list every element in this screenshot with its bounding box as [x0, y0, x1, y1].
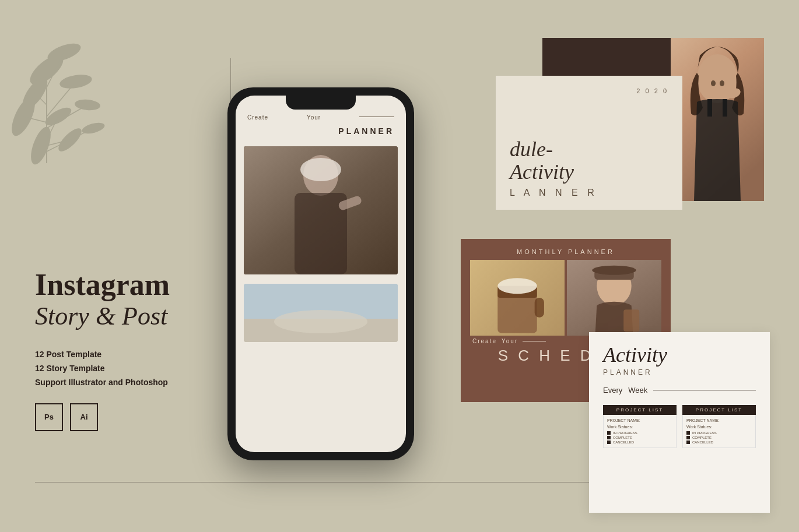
card-middle-content: 2 0 2 0 dule- Activity L A N N E R [496, 76, 682, 210]
status-in-progress-2: IN PROGRESS [686, 431, 752, 435]
project-card-2-header: PROJECT LIST [682, 405, 756, 415]
card-schedule-activity: 2 0 2 0 dule- Activity L A N N E R [496, 76, 682, 210]
card-brown-line [523, 341, 546, 341]
status-text-complete-1: COMPLETE [613, 436, 632, 439]
card-mid-year: 2 0 2 0 [510, 87, 668, 94]
status-text-progress-1: IN PROGRESS [613, 431, 637, 435]
project-name-label-1: PROJECT NAME: [607, 418, 672, 422]
svg-point-41 [720, 80, 724, 86]
status-complete-2: COMPLETE [686, 436, 752, 439]
leaf-decoration-left [0, 0, 163, 251]
software-badges: Ps Ai [35, 403, 239, 431]
card-act-projects-area: PROJECT LIST PROJECT NAME: Work Statues:… [603, 405, 756, 448]
status-cancelled-1: CANCELLED [607, 441, 672, 444]
svg-line-18 [47, 128, 93, 152]
card-mid-activity: Activity [510, 160, 574, 184]
svg-point-40 [711, 80, 716, 86]
card-brown-header-text: MONTHLY PLANNER [461, 239, 671, 260]
status-cancelled-2: CANCELLED [686, 441, 752, 444]
svg-point-7 [27, 125, 55, 167]
mirror-photo-placeholder [244, 146, 398, 274]
project-card-2-body: PROJECT NAME: Work Statues: IN PROGRESS … [682, 415, 756, 448]
project-status-list-2: IN PROGRESS COMPLETE CANCELLED [686, 431, 752, 444]
card-act-title-text: Activity [603, 344, 756, 367]
card-tr-woman-photo [671, 38, 764, 201]
phone-top-line [359, 117, 394, 117]
status-complete-1: COMPLETE [607, 436, 672, 439]
project-status-list-1: IN PROGRESS COMPLETE CANCELLED [607, 431, 672, 444]
svg-point-49 [497, 278, 537, 294]
project-card-1-header: PROJECT LIST [603, 405, 677, 415]
card-act-every-week-row: Every Week [603, 386, 756, 394]
project-card-1-body: PROJECT NAME: Work Statues: IN PROGRESS … [603, 415, 677, 448]
phone-your-label: Your [307, 114, 321, 121]
project-card-2: PROJECT LIST PROJECT NAME: Work Statues:… [682, 405, 756, 448]
project-work-status-2: Work Statues: [686, 425, 752, 429]
status-text-cancelled-1: CANCELLED [613, 441, 634, 444]
svg-rect-48 [535, 298, 544, 318]
card-mid-dule: dule- [510, 138, 553, 161]
main-title-story: Story & Post [35, 301, 239, 332]
card-act-subtitle-text: PLANNER [603, 368, 756, 376]
status-text-cancelled-2: CANCELLED [692, 441, 713, 444]
card-mid-text-group: dule- Activity L A N N E R [510, 138, 668, 198]
card-brown-image-grid [461, 260, 671, 336]
status-text-complete-2: COMPLETE [692, 436, 712, 439]
card-act-week-text: Week [628, 386, 647, 394]
svg-point-33 [300, 158, 341, 181]
card-mid-lanner: L A N N E R [510, 188, 668, 198]
card-brown-coffee-image [470, 260, 565, 336]
card-mid-schedule-text: dule- Activity [510, 138, 668, 184]
card-activity-planner: Activity PLANNER Every Week PROJECT LIST… [589, 332, 770, 513]
phone-planner-text: PLANNER [236, 126, 406, 142]
project-work-status-1: Work Statues: [607, 425, 672, 429]
card-brown-your-text: Your [502, 338, 518, 344]
card-brown-create-text: Create [472, 338, 497, 344]
photoshop-badge: Ps [35, 403, 63, 431]
status-dot-progress-1 [607, 431, 611, 435]
status-dot-cancelled-2 [686, 441, 690, 444]
card-brown-person-image [567, 260, 661, 336]
card-act-every-text: Every [603, 386, 622, 394]
svg-rect-54 [623, 309, 639, 332]
svg-point-53 [592, 266, 636, 275]
features-list: 12 Post Template 12 Story Template Suppo… [35, 350, 239, 387]
svg-point-37 [274, 310, 367, 333]
illustrator-badge: Ai [70, 403, 98, 431]
main-title-instagram: Instagram [35, 268, 239, 301]
project-name-label-2: PROJECT NAME: [686, 418, 752, 422]
status-text-progress-2: IN PROGRESS [692, 431, 717, 435]
phone-create-label: Create [247, 114, 268, 121]
phone-image-mirror [244, 146, 398, 274]
left-section: Instagram Story & Post 12 Post Template … [35, 268, 239, 431]
svg-rect-43 [723, 99, 727, 117]
phone-notch [286, 96, 356, 110]
phone-screen: Create Your PLANNER [236, 96, 406, 452]
phone-outer-frame: Create Your PLANNER [227, 87, 414, 460]
status-dot-complete-2 [686, 436, 690, 439]
status-dot-complete-1 [607, 436, 611, 439]
phone-mockup: Create Your PLANNER [227, 87, 414, 460]
card-act-line [653, 390, 756, 390]
svg-rect-42 [707, 99, 712, 117]
beach-photo-placeholder [244, 284, 398, 342]
feature-item-3: Support Illustrator and Photoshop [35, 378, 239, 387]
feature-item-2: 12 Story Template [35, 364, 239, 373]
status-dot-cancelled-1 [607, 441, 611, 444]
status-dot-progress-2 [686, 431, 690, 435]
status-in-progress-1: IN PROGRESS [607, 431, 672, 435]
phone-image-landscape [244, 284, 398, 342]
feature-item-1: 12 Post Template [35, 350, 239, 359]
project-card-1: PROJECT LIST PROJECT NAME: Work Statues:… [603, 405, 677, 448]
